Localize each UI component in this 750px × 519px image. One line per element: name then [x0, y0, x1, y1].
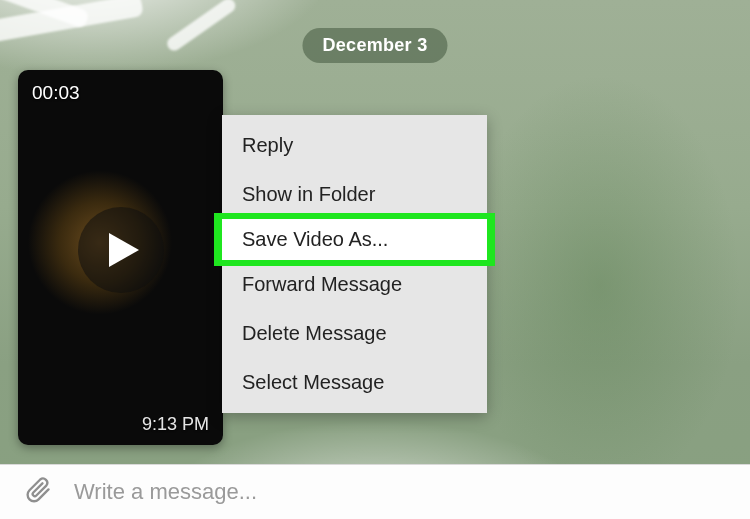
chat-area: December 3 00:03 9:13 PM Reply Show in F… [0, 0, 750, 519]
ctx-delete-message[interactable]: Delete Message [222, 309, 487, 358]
ctx-select-message[interactable]: Select Message [222, 358, 487, 407]
video-duration: 00:03 [32, 82, 80, 104]
svg-marker-0 [109, 233, 139, 267]
ctx-show-in-folder[interactable]: Show in Folder [222, 170, 487, 219]
ctx-forward-message[interactable]: Forward Message [222, 260, 487, 309]
message-input[interactable] [74, 479, 726, 505]
video-sent-time: 9:13 PM [142, 414, 209, 435]
date-chip: December 3 [302, 28, 447, 63]
video-message[interactable]: 00:03 9:13 PM [18, 70, 223, 445]
composer [0, 464, 750, 519]
context-menu: Reply Show in Folder Save Video As... Fo… [222, 115, 487, 413]
ctx-reply[interactable]: Reply [222, 121, 487, 170]
play-button[interactable] [78, 207, 164, 293]
ctx-save-video-as[interactable]: Save Video As... [214, 213, 495, 266]
bg-decor [164, 0, 238, 53]
paperclip-icon[interactable] [24, 476, 52, 508]
play-icon [109, 233, 139, 267]
